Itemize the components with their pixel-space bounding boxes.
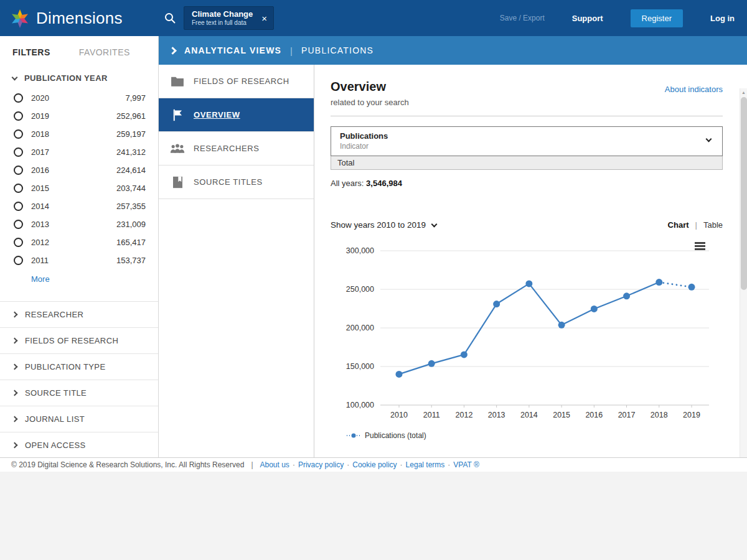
views-nav-item-fields-of-research[interactable]: FIELDS OF RESEARCH [159,65,314,98]
filter-year-row[interactable]: 2011153,737 [0,251,158,269]
analytical-views-header: ANALYTICAL VIEWS | PUBLICATIONS [159,36,747,65]
svg-text:2015: 2015 [553,411,570,419]
radio-button-icon[interactable] [14,202,23,211]
close-icon[interactable]: × [261,13,267,24]
page-subtitle: related to your search [331,98,723,107]
footer-link-about-us[interactable]: About us [260,460,289,469]
filter-section-publication-type[interactable]: PUBLICATION TYPE [0,353,158,380]
svg-text:200,000: 200,000 [346,324,374,332]
year-count: 153,737 [116,256,146,265]
filter-year-row[interactable]: 2014257,355 [0,197,158,215]
about-indicators-link[interactable]: About indicators [665,85,723,94]
tab-favorites[interactable]: FAVORITES [79,47,130,57]
radio-button-icon[interactable] [14,220,23,229]
brand-name: Dimensions [36,9,123,28]
copyright-text: © 2019 Digital Science & Research Soluti… [11,460,244,469]
svg-text:2018: 2018 [651,411,668,419]
filter-section-researcher[interactable]: RESEARCHER [0,301,158,327]
chevron-right-icon [12,442,18,449]
legend-label: Publications (total) [365,431,426,440]
filter-year-row[interactable]: 2013231,009 [0,215,158,233]
search-icon[interactable] [164,12,176,24]
views-nav: FIELDS OF RESEARCHOVERVIEWRESEARCHERSSOU… [159,65,314,457]
footer-link-privacy-policy[interactable]: Privacy policy [298,460,344,469]
year-label: 2018 [31,129,49,139]
chip-query: Climate Change [192,10,253,19]
indicator-dropdown[interactable]: Publications Indicator [331,126,723,156]
year-count: 231,009 [116,220,146,229]
svg-text:2014: 2014 [520,411,538,419]
all-years-value: 3,546,984 [366,179,402,188]
year-label: 2012 [31,238,49,247]
footer-link-legal-terms[interactable]: Legal terms [406,460,445,469]
tab-filters[interactable]: FILTERS [12,47,50,57]
filter-section-journal-list[interactable]: JOURNAL LIST [0,406,158,432]
filter-year-row[interactable]: 2018259,197 [0,125,158,143]
publications-chart: 100,000150,000200,000250,000300,00020102… [331,241,723,430]
save-export-link[interactable]: Save / Export [500,14,545,22]
filter-year-row[interactable]: 2012165,417 [0,233,158,251]
radio-button-icon[interactable] [14,184,23,193]
year-label: 2011 [31,256,49,265]
radio-button-icon[interactable] [14,129,23,139]
svg-text:2011: 2011 [423,411,440,419]
chart-menu-icon[interactable] [695,242,705,251]
search-filter-chip[interactable]: Climate Change Free text in full data × [184,6,274,30]
toggle-chart[interactable]: Chart [668,220,689,230]
publications-subtitle[interactable]: PUBLICATIONS [301,45,374,55]
year-count: 252,961 [116,111,146,121]
scroll-up-arrow[interactable]: ▲ [740,88,747,95]
filter-year-row[interactable]: 2017241,312 [0,143,158,161]
filter-section-source-title[interactable]: SOURCE TITLE [0,380,158,406]
radio-button-icon[interactable] [14,238,23,247]
filter-year-row[interactable]: 2019252,961 [0,107,158,125]
all-years-total: All years: 3,546,984 [331,179,723,188]
more-years-link[interactable]: More [0,269,158,292]
footer-links: About us·Privacy policy·Cookie policy·Le… [260,460,479,469]
scrollbar-thumb[interactable] [741,97,747,290]
year-label: 2020 [31,93,49,103]
brand[interactable]: Dimensions [0,7,159,29]
year-label: 2019 [31,111,49,121]
publication-year-list: 20207,9972019252,9612018259,1972017241,3… [0,89,158,269]
people-icon [170,143,185,154]
footer-link-vpat-[interactable]: VPAT ® [453,460,479,469]
radio-button-icon[interactable] [14,93,23,103]
svg-text:2019: 2019 [683,411,700,419]
year-count: 165,417 [116,238,146,247]
filter-sections: RESEARCHERFIELDS OF RESEARCHPUBLICATION … [0,301,158,458]
filter-year-row[interactable]: 2015203,744 [0,179,158,197]
login-link[interactable]: Log in [710,14,735,23]
radio-button-icon[interactable] [14,147,23,157]
filter-year-row[interactable]: 20207,997 [0,89,158,107]
views-nav-item-researchers[interactable]: RESEARCHERS [159,132,314,166]
toggle-table[interactable]: Table [703,220,723,230]
filter-section-fields-of-research[interactable]: FIELDS OF RESEARCH [0,327,158,353]
indicator-option-total[interactable]: Total [331,156,723,170]
views-nav-item-overview[interactable]: OVERVIEW [159,98,314,132]
radio-button-icon[interactable] [14,111,23,121]
show-years-dropdown[interactable]: Show years 2010 to 2019 [331,220,436,230]
legend-marker-icon [347,432,360,439]
book-icon [170,176,185,189]
footer: © 2019 Digital Science & Research Soluti… [0,457,747,472]
page-title: Overview [331,80,386,94]
support-link[interactable]: Support [572,14,603,23]
chevron-right-icon [12,364,18,370]
filter-section-open-access[interactable]: OPEN ACCESS [0,432,158,458]
chevron-right-icon[interactable] [169,47,177,55]
register-button[interactable]: Register [631,9,683,27]
scrollbar[interactable]: ▲ [740,88,747,457]
analytical-views-title: ANALYTICAL VIEWS [184,45,281,55]
svg-text:2017: 2017 [618,411,636,419]
year-count: 259,197 [116,129,146,139]
radio-button-icon[interactable] [14,256,23,265]
views-nav-item-source-titles[interactable]: SOURCE TITLES [159,166,314,199]
filter-year-row[interactable]: 2016224,614 [0,161,158,179]
year-label: 2015 [31,184,49,193]
year-count: 224,614 [116,166,146,175]
footer-link-cookie-policy[interactable]: Cookie policy [352,460,397,469]
filter-section-publication-year[interactable]: PUBLICATION YEAR [0,67,158,89]
radio-button-icon[interactable] [14,166,23,175]
line-chart: 100,000150,000200,000250,000300,00020102… [331,241,723,427]
